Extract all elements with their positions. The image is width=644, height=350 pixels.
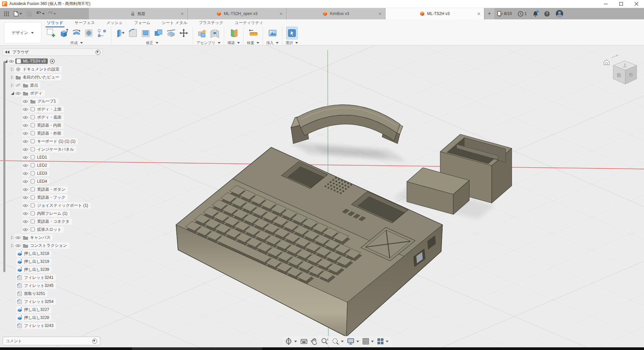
tree-item[interactable]: 原点 [10, 81, 103, 89]
visibility-eye-icon[interactable] [15, 234, 21, 241]
tree-item[interactable]: 受話器・コネクタ [17, 217, 103, 225]
insert-dropdown[interactable]: 挿入 [266, 40, 279, 45]
select-dropdown[interactable]: 選択 [286, 40, 298, 45]
visibility-eye-off-icon[interactable] [15, 82, 21, 89]
measure-icon[interactable] [248, 27, 259, 39]
undo-icon[interactable] [36, 9, 45, 18]
visibility-eye-icon[interactable] [22, 162, 29, 169]
tree-item[interactable]: 押し出し3239 [16, 266, 103, 274]
modify-dropdown[interactable]: 修正 [146, 40, 158, 45]
tab-untitled[interactable]: 無題 ✕ [89, 8, 188, 19]
app-grid-menu-icon[interactable] [2, 9, 11, 18]
visibility-eye-icon[interactable] [22, 186, 29, 193]
viewports-icon[interactable] [377, 338, 388, 345]
tree-item[interactable]: フィレット3243 [16, 322, 103, 330]
tree-item[interactable]: ボディ・上面 [17, 105, 103, 113]
zoom-icon[interactable]: ± [321, 338, 328, 345]
history-status[interactable]: 1 [518, 11, 527, 17]
visibility-eye-icon[interactable] [22, 154, 29, 161]
expand-closed-icon[interactable] [10, 236, 15, 239]
tree-item[interactable]: ボディ [10, 89, 103, 97]
ribbon-tab-surface[interactable]: サーフェス [74, 19, 96, 26]
construct-dropdown[interactable]: 構築 [227, 40, 240, 45]
tab-close-icon[interactable]: ✕ [180, 11, 184, 16]
joint-icon[interactable] [209, 27, 220, 39]
display-settings-icon[interactable] [347, 338, 359, 345]
tree-item[interactable]: 名前の付いたビュー [10, 73, 103, 81]
help[interactable]: ? [544, 11, 550, 17]
tree-item[interactable]: LED3 [17, 169, 103, 177]
pan-icon[interactable] [311, 338, 318, 345]
browser-header[interactable]: ブラウザ [3, 48, 103, 56]
visibility-eye-icon[interactable] [22, 98, 29, 105]
comment-input[interactable]: コメント [3, 337, 100, 345]
ribbon-tab-form[interactable]: フォーム [133, 19, 151, 26]
extrude-icon[interactable] [58, 27, 69, 39]
combine-icon[interactable] [153, 27, 164, 39]
tab-close-icon[interactable]: ✕ [279, 11, 283, 16]
avatar[interactable] [556, 10, 563, 17]
construction-plane-icon[interactable] [228, 27, 239, 39]
tree-item[interactable]: LED1 [17, 153, 103, 161]
expand-closed-icon[interactable] [10, 244, 15, 247]
tab-kimbox-v3[interactable]: KimBox v3 ✕ [287, 8, 385, 19]
tree-item[interactable]: LED4 [17, 177, 103, 185]
tree-item[interactable]: 拡張スロット [17, 225, 103, 233]
ribbon-tab-plastic[interactable]: プラスチック [198, 19, 224, 26]
tree-item[interactable]: 面取り3251 [16, 290, 103, 298]
visibility-eye-icon[interactable] [22, 178, 29, 185]
browser-add-icon[interactable] [96, 50, 101, 55]
tab-ml-ts2h-open-v3[interactable]: ML-TS2H_open v3 ✕ [188, 8, 287, 19]
close-button[interactable] [629, 0, 644, 8]
move-copy-icon[interactable] [178, 27, 189, 39]
file-menu-icon[interactable] [13, 9, 22, 18]
tree-item[interactable]: ジョイスティックポート (1) [17, 201, 103, 209]
ribbon-tab-utility[interactable]: ユーティリティ [234, 19, 264, 26]
tab-ml-ts2h-v3[interactable]: ML-TS2H v3 ✕ [385, 8, 484, 19]
visibility-eye-icon[interactable] [22, 122, 29, 129]
visibility-eye-icon[interactable] [22, 114, 29, 121]
tree-item[interactable]: グループ1 [17, 97, 103, 105]
tree-item[interactable]: コンストラクション [10, 241, 103, 249]
tree-item[interactable]: 押し出し3227 [16, 306, 103, 314]
tree-item[interactable]: 受話器・ボタン [17, 185, 103, 193]
visibility-eye-icon[interactable] [22, 210, 29, 217]
visibility-eye-icon[interactable] [22, 130, 29, 137]
visibility-eye-icon[interactable] [22, 146, 29, 153]
new-component-icon[interactable] [196, 27, 208, 39]
comment-add-icon[interactable] [92, 339, 97, 344]
tree-item[interactable]: 押し出し3219 [16, 257, 103, 266]
tree-item[interactable]: 受話器・内面 [17, 121, 103, 129]
visibility-eye-icon[interactable] [8, 58, 15, 64]
tab-close-icon[interactable]: ✕ [378, 11, 382, 16]
create-dropdown[interactable]: 作成 [70, 40, 83, 45]
activate-component-radio[interactable] [50, 59, 55, 64]
tree-item[interactable]: LED2 [17, 161, 103, 169]
visibility-eye-icon[interactable] [22, 170, 29, 177]
expand-open-icon[interactable] [10, 92, 15, 95]
tree-item[interactable]: フィレット3245 [16, 282, 103, 290]
maximize-button[interactable] [613, 0, 629, 8]
tree-item[interactable]: ドキュメントの設定 [10, 65, 103, 73]
tree-item[interactable]: インジケータパネル [17, 145, 103, 153]
tree-item[interactable]: 受話器・外面 [17, 129, 103, 137]
expand-closed-icon[interactable] [10, 83, 15, 87]
split-body-icon[interactable] [165, 27, 177, 39]
assemble-dropdown[interactable]: アセンブリ [196, 40, 220, 45]
shell-icon[interactable] [140, 27, 151, 39]
press-pull-icon[interactable] [115, 27, 126, 39]
visibility-eye-icon[interactable] [22, 218, 29, 225]
sketch-dimension-icon[interactable] [96, 27, 108, 39]
tree-item[interactable]: フィレット3241 [16, 274, 103, 282]
tree-item[interactable]: 押し出し3228 [16, 314, 103, 322]
collapse-panel-icon[interactable] [5, 50, 10, 54]
home-icon[interactable] [604, 60, 609, 65]
tree-item[interactable]: キーボード (1) (1) (1) [17, 137, 103, 145]
look-at-icon[interactable] [300, 338, 308, 345]
tree-item[interactable]: キャンバス [10, 233, 103, 241]
hole-icon[interactable] [84, 27, 95, 39]
window-zoom-icon[interactable] [332, 338, 344, 345]
ribbon-tab-mesh[interactable]: メッシュ [106, 19, 123, 26]
tree-item[interactable]: 内部フレーム (1) [17, 209, 103, 217]
inspect-dropdown[interactable]: 検査 [247, 40, 259, 45]
